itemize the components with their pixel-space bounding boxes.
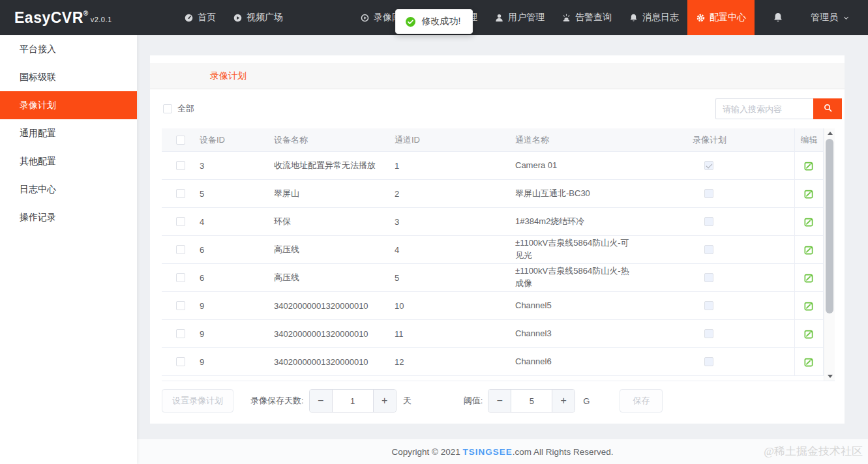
search-button[interactable] (813, 98, 842, 119)
device-name-cell: 34020000001320000010 (274, 292, 395, 319)
threshold-decrease-button[interactable]: − (488, 390, 511, 412)
edit-icon[interactable] (803, 188, 815, 199)
table-row: 5翠屏山2翠屏山互通北-BC30 (162, 180, 824, 208)
record-plan-checkbox (704, 301, 713, 310)
table-scrollbar[interactable] (824, 128, 835, 381)
main-area: 录像计划 全部 设备ID 设备名称 通道ID 通道名称 (137, 35, 868, 439)
table-row: 93402000000132000001011Channel3 (162, 320, 824, 348)
record-plan-checkbox (704, 329, 713, 338)
row-select-checkbox[interactable] (176, 301, 185, 310)
device-name-cell: 收流地址配置异常无法播放 (274, 152, 395, 179)
device-name-cell: 高压线 (274, 264, 395, 291)
chevron-down-icon (843, 14, 850, 22)
edit-icon[interactable] (803, 356, 815, 368)
device-id-cell: 9 (200, 292, 274, 319)
channel-name-cell: Camera 01 (515, 152, 678, 179)
record-plan-checkbox (704, 273, 713, 282)
notification-button[interactable] (755, 12, 801, 23)
channel-id-cell: 2 (395, 180, 515, 207)
table-row: 6高压线5±1100kV吉泉线5864防山火-热成像 (162, 264, 824, 292)
channel-name-cell: ±1100kV吉泉线5864防山火-热成像 (515, 264, 678, 291)
sidebar-item[interactable]: 其他配置 (0, 147, 137, 175)
sidebar-item[interactable]: 国标级联 (0, 63, 137, 91)
scroll-down-arrow[interactable] (824, 371, 835, 381)
sidebar-item[interactable]: 平台接入 (0, 35, 137, 63)
sidebar-item[interactable]: 操作记录 (0, 203, 137, 231)
edit-icon[interactable] (803, 300, 815, 312)
threshold-increase-button[interactable]: + (552, 390, 575, 412)
edit-icon[interactable] (803, 244, 815, 255)
tab-record-plan[interactable]: 录像计划 (210, 70, 247, 82)
retention-stepper: − + (309, 389, 397, 413)
record-plan-checkbox (704, 357, 713, 366)
search-input[interactable] (715, 98, 813, 119)
edit-icon[interactable] (803, 160, 815, 171)
select-all-checkbox[interactable] (163, 104, 172, 113)
app-logo: EasyCVR® v2.0.1 (14, 9, 112, 27)
retention-increase-button[interactable]: + (373, 390, 396, 412)
threshold-label: 阈值: (464, 395, 483, 407)
channel-name-cell: 1#384m2烧结环冷 (515, 208, 678, 235)
app-version: v2.0.1 (91, 16, 112, 23)
row-select-checkbox[interactable] (176, 161, 185, 170)
channel-id-cell: 1 (395, 152, 515, 179)
channel-name-cell: 翠屏山互通北-BC30 (515, 180, 678, 207)
success-toast: 修改成功! (395, 9, 473, 34)
retention-value-input[interactable] (333, 390, 373, 412)
channel-id-cell: 4 (395, 236, 515, 263)
edit-icon[interactable] (803, 216, 815, 227)
nav-item-gear[interactable]: 配置中心 (687, 0, 755, 35)
tab-bar: 录像计划 (150, 63, 845, 89)
table-body: 3收流地址配置异常无法播放1Camera 015翠屏山2翠屏山互通北-BC304… (162, 152, 824, 376)
threshold-value-input[interactable] (511, 390, 552, 412)
sidebar-item[interactable]: 通用配置 (0, 119, 137, 147)
nav-item-dashboard[interactable]: 首页 (175, 0, 224, 35)
row-select-checkbox[interactable] (176, 217, 185, 226)
user-menu[interactable]: 管理员 (811, 12, 850, 23)
row-select-checkbox[interactable] (176, 189, 185, 198)
nav-item-play-circle[interactable]: 视频广场 (224, 0, 292, 35)
retention-decrease-button[interactable]: − (310, 390, 333, 412)
device-id-cell: 5 (200, 180, 274, 207)
brand-logo: TSINGSEE (463, 447, 513, 457)
scroll-up-arrow[interactable] (824, 128, 835, 138)
scrollbar-thumb[interactable] (826, 139, 833, 313)
threshold-unit: G (583, 396, 590, 406)
retention-unit: 天 (403, 395, 412, 407)
edit-icon[interactable] (803, 328, 815, 340)
nav-item-message-bell[interactable]: 消息日志 (620, 0, 687, 35)
retention-label: 录像保存天数: (250, 395, 304, 407)
channel-name-cell: Channel5 (515, 292, 678, 319)
record-plan-checkbox (704, 161, 713, 170)
device-name-cell: 高压线 (274, 236, 395, 263)
row-select-checkbox[interactable] (176, 245, 185, 254)
table-row: 3收流地址配置异常无法播放1Camera 01 (162, 152, 824, 180)
bell-icon (772, 12, 784, 23)
col-header-edit: 编辑 (794, 128, 824, 151)
watermark: @稀土掘金技术社区 (764, 444, 863, 459)
nav-item-user[interactable]: 用户管理 (486, 0, 553, 35)
header-checkbox[interactable] (176, 136, 185, 145)
edit-icon[interactable] (803, 272, 815, 283)
row-select-checkbox[interactable] (176, 273, 185, 282)
table-row: 93402000000132000001010Channel5 (162, 292, 824, 320)
content-card: 录像计划 全部 设备ID 设备名称 通道ID 通道名称 (150, 55, 845, 424)
table-row: 6高压线4±1100kV吉泉线5864防山火-可见光 (162, 236, 824, 264)
device-id-cell: 3 (200, 152, 274, 179)
toast-message: 修改成功! (422, 16, 461, 27)
record-plan-checkbox (704, 189, 713, 198)
save-button[interactable]: 保存 (620, 389, 663, 413)
device-id-cell: 6 (200, 236, 274, 263)
channel-id-cell: 10 (395, 292, 515, 319)
set-record-plan-button[interactable]: 设置录像计划 (162, 389, 233, 413)
channel-id-cell: 5 (395, 264, 515, 291)
row-select-checkbox[interactable] (176, 329, 185, 338)
sidebar-item[interactable]: 录像计划 (0, 91, 137, 119)
nav-item-alarm[interactable]: 告警查询 (553, 0, 620, 35)
col-header-device-id: 设备ID (200, 128, 274, 151)
device-id-cell: 6 (200, 264, 274, 291)
table-header-row: 设备ID 设备名称 通道ID 通道名称 录像计划 编辑 (162, 128, 824, 152)
row-select-checkbox[interactable] (176, 357, 185, 366)
sidebar-item[interactable]: 日志中心 (0, 175, 137, 203)
device-id-cell: 9 (200, 348, 274, 375)
